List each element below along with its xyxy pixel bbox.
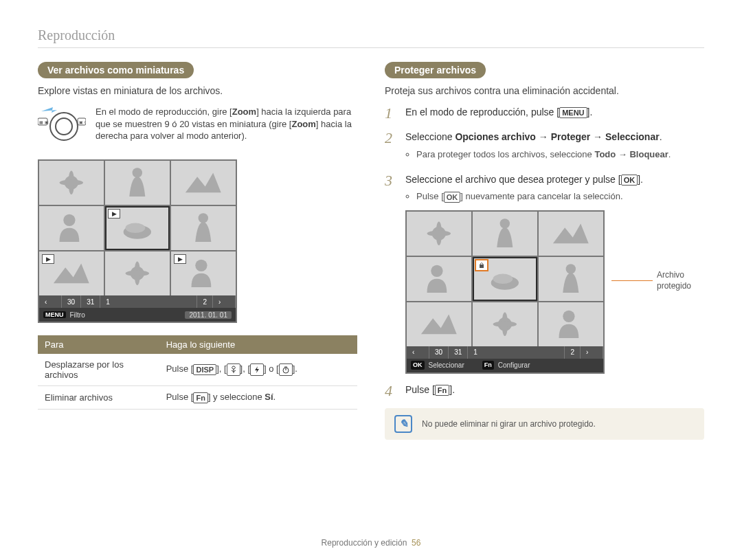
play-badge-icon: ▶ xyxy=(108,209,120,219)
menu-key-icon: MENU xyxy=(43,311,66,318)
scrub-right-icon[interactable]: › xyxy=(581,346,603,359)
note-box: ✎ No puede eliminar ni girar un archivo … xyxy=(385,408,704,440)
svg-point-21 xyxy=(427,230,451,236)
ok-key-icon: OK xyxy=(444,192,461,203)
callout-line-icon xyxy=(611,280,653,281)
svg-point-23 xyxy=(431,265,442,276)
page-footer: Reproducción y edición 56 xyxy=(0,538,742,548)
thumb xyxy=(407,257,471,301)
scrub-bar: ‹ 30 31 1 2 › xyxy=(39,295,236,308)
svg-point-30 xyxy=(493,321,517,327)
thumb xyxy=(407,212,471,256)
thumb xyxy=(539,257,603,301)
svg-point-3 xyxy=(56,118,72,135)
thumb xyxy=(39,161,104,205)
select-label: Seleccionar xyxy=(429,361,464,370)
thumb xyxy=(171,161,236,205)
thumb-selected xyxy=(473,257,537,301)
th-haga: Haga lo siguiente xyxy=(159,335,357,354)
thumb xyxy=(473,302,537,346)
svg-point-16 xyxy=(126,271,150,277)
note-text: No puede eliminar ni girar un archivo pr… xyxy=(422,419,596,429)
thumb-selected: ▶ xyxy=(105,206,170,250)
fn-key-icon: Fn xyxy=(482,361,494,370)
status-bar: MENU Filtro 2011. 01. 01 xyxy=(39,308,236,322)
svg-point-9 xyxy=(133,168,142,177)
lock-badge-icon xyxy=(475,260,488,271)
fn-key-icon: Fn xyxy=(435,385,449,396)
step-number: 2 xyxy=(385,131,397,164)
svg-point-10 xyxy=(63,214,75,226)
callout-label: Archivo protegido xyxy=(657,269,705,293)
svg-text:▦ ▣: ▦ ▣ xyxy=(39,120,49,124)
svg-point-22 xyxy=(500,219,510,228)
step-1: 1 En el modo de reproducción, pulse [MEN… xyxy=(385,106,704,121)
note-icon: ✎ xyxy=(394,415,412,433)
thumb: ▶ xyxy=(39,251,104,295)
status-bar: OK Seleccionar Fn Configurar xyxy=(407,359,603,372)
row-scroll-action: Pulse [DISP], [], [] o []. xyxy=(159,354,357,386)
action-table: Para Haga lo siguiente Desplazarse por l… xyxy=(38,335,357,410)
heading-protect: Proteger archivos xyxy=(385,62,486,78)
ok-key-icon: OK xyxy=(621,175,638,186)
step-3: 3 Seleccione el archivo que desea proteg… xyxy=(385,173,704,374)
thumb xyxy=(171,206,236,250)
svg-rect-24 xyxy=(480,265,484,268)
svg-point-17 xyxy=(195,260,207,271)
scrub-left-icon[interactable]: ‹ xyxy=(407,346,429,359)
thumb: ▶ xyxy=(171,251,236,295)
th-para: Para xyxy=(38,335,159,354)
scrub-bar: ‹ 30 31 1 2 › xyxy=(407,346,603,359)
scrub-val: 30 xyxy=(429,346,449,359)
svg-point-2 xyxy=(50,113,78,140)
configure-label: Configurar xyxy=(498,361,530,370)
scrub-val: 2 xyxy=(565,346,581,359)
svg-point-12 xyxy=(126,223,146,233)
protect-screen: ‹ 30 31 1 2 › OK Seleccionar xyxy=(405,210,605,374)
divider xyxy=(38,47,704,48)
step-number: 3 xyxy=(385,173,397,374)
step-number: 1 xyxy=(385,106,397,121)
play-badge-icon: ▶ xyxy=(174,254,186,264)
page-number: 56 xyxy=(412,538,420,548)
step-2: 2 Seleccione Opciones archivo → Proteger… xyxy=(385,131,704,164)
step-number: 4 xyxy=(385,383,397,399)
thumb xyxy=(473,212,537,256)
svg-text:▣ Q: ▣ Q xyxy=(79,120,86,124)
scrub-right-icon[interactable]: › xyxy=(213,295,236,308)
thumb xyxy=(539,302,603,346)
date-label: 2011. 01. 01 xyxy=(185,311,232,319)
row-scroll-label: Desplazarse por los archivos xyxy=(38,354,159,386)
macro-key-icon xyxy=(227,363,240,376)
scrub-val: 1 xyxy=(468,346,565,359)
thumb xyxy=(105,251,170,295)
menu-key-icon: MENU xyxy=(559,107,587,118)
svg-point-26 xyxy=(493,273,513,283)
thumbnail-screen: ▶ ▶ ▶ ‹ 30 3 xyxy=(38,159,237,323)
heading-thumbnails: Ver archivos como miniaturas xyxy=(38,62,194,78)
step-3-sub: Pulse [OK] nuevamente para cancelar la s… xyxy=(416,190,643,203)
scrub-val: 1 xyxy=(100,295,197,308)
scrub-left-icon[interactable]: ‹ xyxy=(39,295,62,308)
row-delete-action: Pulse [Fn] y seleccione Sí. xyxy=(159,386,357,410)
section-title: Reproducción xyxy=(38,27,704,43)
thumb xyxy=(39,206,104,250)
row-delete-label: Eliminar archivos xyxy=(38,386,159,410)
lead-protect: Proteja sus archivos contra una eliminac… xyxy=(385,85,704,96)
fn-key-icon: Fn xyxy=(193,392,207,403)
thumb xyxy=(105,161,170,205)
scrub-val: 31 xyxy=(81,295,100,308)
callout: Archivo protegido xyxy=(611,269,705,293)
filter-label: Filtro xyxy=(70,311,85,319)
col-thumbnails: Ver archivos como miniaturas Explore vis… xyxy=(38,62,357,440)
zoom-dial-icon: ▦ ▣ ▣ Q xyxy=(38,106,86,150)
svg-point-13 xyxy=(199,213,208,223)
scrub-val: 30 xyxy=(62,295,81,308)
thumb xyxy=(407,302,471,346)
play-badge-icon: ▶ xyxy=(42,254,54,264)
scrub-val: 31 xyxy=(449,346,468,359)
svg-point-31 xyxy=(563,310,574,322)
ok-key-icon: OK xyxy=(411,361,425,370)
svg-point-8 xyxy=(60,180,84,186)
scrub-val: 2 xyxy=(197,295,213,308)
